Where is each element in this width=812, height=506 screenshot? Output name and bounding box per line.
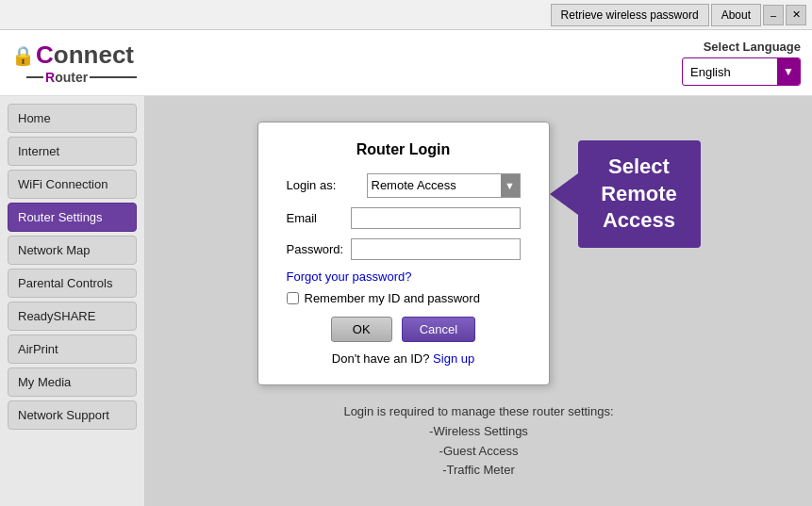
signup-link[interactable]: Sign up: [433, 351, 474, 366]
info-line1: Login is required to manage these router…: [343, 402, 613, 422]
language-select[interactable]: English Español Français Deutsch: [683, 62, 777, 82]
brand-name: Connect: [36, 41, 134, 70]
sidebar-item-wifi[interactable]: WiFi Connection: [8, 170, 137, 199]
top-bar-buttons: Retrieve wireless password About – ✕: [551, 4, 806, 26]
email-row: Email: [287, 207, 521, 229]
email-input[interactable]: [351, 207, 521, 229]
sidebar-item-network-map[interactable]: Network Map: [8, 236, 137, 265]
sidebar-item-router-settings[interactable]: Router Settings: [8, 203, 137, 232]
info-line2: -Wireless Settings: [343, 422, 613, 442]
login-as-label: Login as:: [287, 178, 367, 192]
sidebar-item-parental-controls[interactable]: Parental Controls: [8, 269, 137, 298]
sidebar-item-my-media[interactable]: My Media: [8, 367, 137, 397]
button-row: OK Cancel: [287, 317, 521, 342]
logo: 🔒 Connect Router: [11, 41, 137, 85]
login-dialog: Router Login Login as: Remote Access Adm…: [257, 122, 550, 385]
main-layout: Home Internet WiFi Connection Router Set…: [0, 96, 812, 506]
login-as-select-wrapper[interactable]: Remote Access Admin Guest ▼: [367, 173, 521, 198]
login-as-row: Login as: Remote Access Admin Guest ▼: [287, 173, 521, 198]
callout-area: Select Remote Access: [550, 140, 701, 248]
signup-row: Don't have an ID? Sign up: [287, 351, 521, 366]
login-area: Router Login Login as: Remote Access Adm…: [257, 122, 701, 385]
header: 🔒 Connect Router Select Language English…: [0, 30, 812, 96]
password-label: Password:: [287, 242, 351, 256]
close-button[interactable]: ✕: [786, 5, 806, 25]
line-dec-right: [90, 76, 137, 78]
callout-line2: Remote: [595, 181, 684, 208]
retrieve-password-button[interactable]: Retrieve wireless password: [551, 4, 709, 26]
minimize-button[interactable]: –: [763, 5, 784, 25]
login-as-arrow[interactable]: ▼: [501, 174, 520, 197]
brand-router: Router: [43, 70, 90, 85]
callout-box: Select Remote Access: [578, 140, 701, 248]
info-text: Login is required to manage these router…: [343, 402, 613, 481]
sidebar-item-network-support[interactable]: Network Support: [8, 400, 137, 430]
ok-button[interactable]: OK: [331, 317, 392, 342]
language-wrapper[interactable]: English Español Français Deutsch ▼: [682, 57, 801, 86]
line-dec-left: [26, 76, 43, 78]
callout-line3: Access: [595, 207, 684, 235]
remember-checkbox[interactable]: [287, 292, 299, 304]
callout-line1: Select: [595, 154, 684, 181]
sidebar-item-internet[interactable]: Internet: [8, 137, 137, 166]
password-input[interactable]: [351, 238, 521, 260]
forgot-password-link[interactable]: Forgot your password?: [287, 269, 521, 284]
password-row: Password:: [287, 238, 521, 260]
language-label: Select Language: [704, 40, 801, 54]
language-area: Select Language English Español Français…: [682, 40, 801, 86]
sidebar-item-readyshare[interactable]: ReadySHARE: [8, 302, 137, 331]
login-title: Router Login: [287, 141, 521, 158]
remember-label: Remember my ID and password: [305, 291, 480, 305]
logo-line1: 🔒 Connect: [11, 41, 134, 70]
sidebar-item-home[interactable]: Home: [8, 104, 137, 133]
login-as-select[interactable]: Remote Access Admin Guest: [368, 175, 501, 195]
top-bar: Retrieve wireless password About – ✕: [0, 0, 812, 30]
logo-line2: Router: [26, 70, 137, 85]
about-button[interactable]: About: [711, 4, 761, 26]
callout-arrow: [550, 173, 578, 215]
remember-row: Remember my ID and password: [287, 291, 521, 305]
sidebar: Home Internet WiFi Connection Router Set…: [0, 96, 145, 506]
info-line4: -Traffic Meter: [343, 461, 613, 481]
no-id-text: Don't have an ID?: [332, 351, 430, 366]
language-dropdown-arrow[interactable]: ▼: [777, 58, 800, 85]
content-area: Router Login Login as: Remote Access Adm…: [145, 96, 812, 506]
sidebar-item-airprint[interactable]: AirPrint: [8, 335, 137, 364]
lock-icon: 🔒: [11, 44, 35, 67]
email-label: Email: [287, 211, 351, 225]
info-line3: -Guest Access: [343, 442, 613, 462]
cancel-button[interactable]: Cancel: [402, 317, 475, 342]
